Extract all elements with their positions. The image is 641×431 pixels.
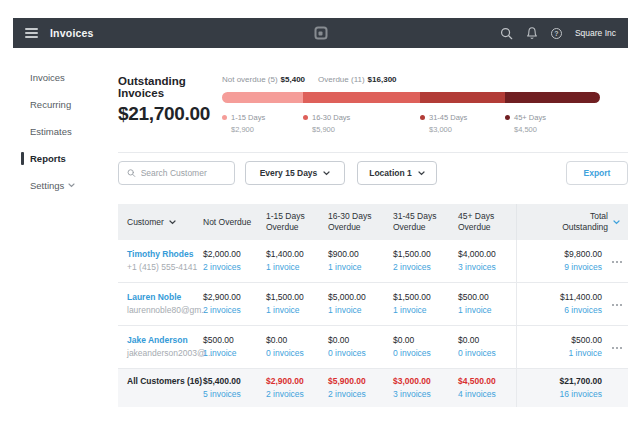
invoices-link[interactable]: 1 invoice	[517, 347, 602, 360]
table-body: Timothy Rhodes+1 (415) 555-4141$2,000.00…	[118, 240, 628, 407]
invoices-link[interactable]: 2 invoices	[393, 261, 458, 274]
customer-contact: jakeanderson2003@...	[127, 347, 203, 360]
invoices-link[interactable]: 0 invoices	[328, 347, 393, 360]
legend-dot-icon	[303, 115, 308, 120]
invoices-link[interactable]: 2 invoices	[203, 261, 266, 274]
chevron-down-icon	[613, 220, 620, 225]
search-icon[interactable]	[500, 27, 513, 40]
amount-value: $2,900.00	[203, 291, 266, 304]
aging-cell: $4,000.003 invoices	[458, 240, 516, 282]
table-row: Lauren Noblelaurennoble80@gm...$2,900.00…	[118, 283, 628, 326]
amount-value: $0.00	[393, 334, 458, 347]
search-input[interactable]	[141, 168, 226, 178]
aging-cell: $0.000 invoices	[328, 326, 393, 368]
aging-bar	[222, 92, 600, 103]
invoices-link[interactable]: 1 invoice	[203, 347, 266, 360]
row-overflow-menu-icon[interactable]	[612, 261, 622, 263]
row-overflow-menu-icon[interactable]	[612, 347, 622, 349]
aging-cell: $5,400.005 invoices	[203, 369, 266, 407]
aging-bar-segment	[222, 92, 303, 103]
legend-label: 45+ Days	[514, 113, 546, 122]
header-actions: ? Square Inc	[500, 26, 616, 40]
legend-label: 1-15 Days	[231, 113, 265, 122]
aging-cell: $1,500.001 invoice	[266, 283, 328, 325]
aging-cell: $21,700.0016 invoices	[516, 369, 628, 407]
amount-value: $500.00	[458, 291, 516, 304]
legend-dot-icon	[505, 115, 510, 120]
legend-dot-icon	[420, 115, 425, 120]
invoices-link[interactable]: 5 invoices	[203, 388, 266, 401]
amount-value: $5,000.00	[328, 291, 393, 304]
invoices-link[interactable]: 0 invoices	[393, 347, 458, 360]
aging-cell: $0.000 invoices	[266, 326, 328, 368]
legend-item: 1-15 Days$2,900	[222, 113, 265, 134]
aging-cell: $2,000.002 invoices	[203, 240, 266, 282]
amount-value: $1,500.00	[393, 291, 458, 304]
sidebar-item-invoices[interactable]: Invoices	[13, 64, 118, 91]
legend-label: 16-30 Days	[312, 113, 350, 122]
invoices-link[interactable]: 0 invoices	[458, 347, 516, 360]
row-overflow-menu-icon[interactable]	[612, 304, 622, 306]
legend-item: 16-30 Days$5,900	[303, 113, 350, 134]
invoices-link[interactable]: 1 invoice	[393, 304, 458, 317]
aging-bar-segment	[420, 92, 505, 103]
customer-name-link[interactable]: Lauren Noble	[127, 291, 203, 304]
amount-value: $11,400.00	[517, 291, 602, 304]
aging-cell: $500.001 invoice	[203, 326, 266, 368]
invoices-link[interactable]: 2 invoices	[266, 388, 328, 401]
invoices-link[interactable]: 2 invoices	[328, 388, 393, 401]
invoices-link[interactable]: 1 invoice	[458, 304, 516, 317]
hamburger-menu-icon[interactable]	[25, 28, 38, 38]
chevron-down-icon	[323, 171, 330, 176]
invoices-link[interactable]: 1 invoice	[266, 304, 328, 317]
section-divider	[118, 152, 628, 153]
column-header[interactable]: Total Outstanding	[516, 204, 628, 240]
notifications-bell-icon[interactable]	[526, 26, 538, 40]
sidebar-item-settings[interactable]: Settings	[13, 172, 118, 199]
amount-value: $9,800.00	[517, 248, 602, 261]
all-customers-label: All Customers (16)	[127, 375, 203, 388]
legend-value: $5,900	[312, 125, 350, 134]
invoices-link[interactable]: 0 invoices	[266, 347, 328, 360]
customer-search[interactable]	[118, 161, 235, 185]
amount-value: $500.00	[203, 334, 266, 347]
export-button[interactable]: Export	[566, 161, 628, 185]
legend-item: 31-45 Days$3,000	[420, 113, 467, 134]
invoices-link[interactable]: 1 invoice	[328, 261, 393, 274]
customer-name-link[interactable]: Timothy Rhodes	[127, 248, 203, 261]
customer-name-link[interactable]: Jake Anderson	[127, 334, 203, 347]
help-icon[interactable]: ?	[551, 28, 562, 39]
legend-value: $3,000	[429, 125, 467, 134]
amount-value: $500.00	[517, 334, 602, 347]
aging-cell: $1,500.001 invoice	[393, 283, 458, 325]
legend-item: 45+ Days$4,500	[505, 113, 546, 134]
sidebar-item-recurring[interactable]: Recurring	[13, 91, 118, 118]
sidebar-item-estimates[interactable]: Estimates	[13, 118, 118, 145]
account-menu[interactable]: Square Inc	[575, 28, 616, 38]
invoices-link[interactable]: 4 invoices	[458, 388, 516, 401]
column-header: 31-45 Days Overdue	[393, 204, 458, 240]
overdue-value: $16,300	[368, 75, 397, 84]
invoices-link[interactable]: 9 invoices	[517, 261, 602, 274]
location-dropdown[interactable]: Location 1	[357, 161, 437, 185]
invoices-link[interactable]: 16 invoices	[517, 388, 602, 401]
column-header: 1-15 Days Overdue	[266, 204, 328, 240]
invoices-link[interactable]: 3 invoices	[458, 261, 516, 274]
not-overdue-label: Not overdue (5)	[222, 75, 278, 84]
invoices-link[interactable]: 6 invoices	[517, 304, 602, 317]
period-dropdown[interactable]: Every 15 Days	[245, 161, 345, 185]
aging-cell: $4,500.004 invoices	[458, 369, 516, 407]
invoices-link[interactable]: 1 invoice	[266, 261, 328, 274]
aging-cell: $0.000 invoices	[458, 326, 516, 368]
invoices-link[interactable]: 2 invoices	[203, 304, 266, 317]
sidebar-item-reports[interactable]: Reports	[13, 145, 118, 172]
invoices-link[interactable]: 1 invoice	[328, 304, 393, 317]
amount-value: $0.00	[458, 334, 516, 347]
aging-cell: $2,900.002 invoices	[266, 369, 328, 407]
column-header[interactable]: Customer	[118, 204, 203, 240]
invoices-app: Invoices ? Square Inc Invoices Recurring…	[13, 18, 628, 407]
aging-cell: $5,900.002 invoices	[328, 369, 393, 407]
table-header-row: CustomerNot Overdue1-15 Days Overdue16-3…	[118, 204, 628, 240]
invoices-link[interactable]: 3 invoices	[393, 388, 458, 401]
legend-value: $4,500	[514, 125, 546, 134]
